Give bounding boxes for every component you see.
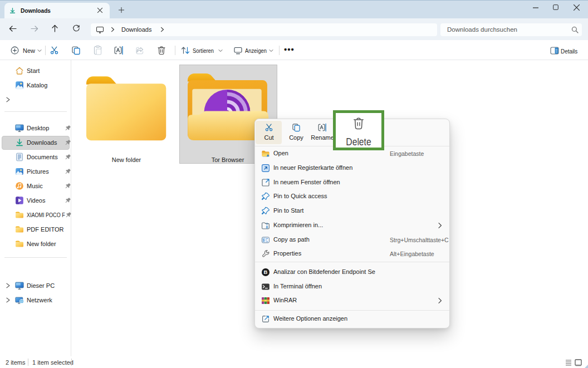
svg-text:B: B — [264, 269, 268, 275]
